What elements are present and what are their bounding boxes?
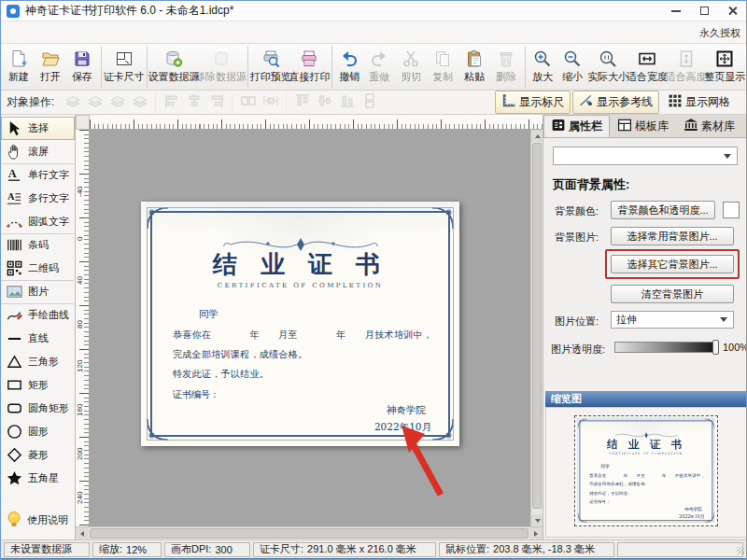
close-button[interactable] (718, 1, 746, 21)
image-position-value: 拉伸 (612, 313, 720, 327)
menu-item-object[interactable] (64, 30, 83, 35)
toolbar-button-direct-print[interactable]: 直接打印 (290, 46, 330, 89)
object-button-equal-height[interactable] (359, 92, 381, 113)
object-button-equal-spacing[interactable] (260, 92, 282, 113)
horizontal-scrollbar[interactable] (76, 526, 543, 539)
sidebar-tool-freehand-curve[interactable]: 手绘曲线 (1, 303, 75, 327)
tab-templates[interactable]: 模板库 (610, 115, 676, 137)
tool-sidebar: 选择 滚屏 A 单行文字 A 多行文字 圆弧文字 条码 (1, 115, 76, 539)
slider-handle[interactable] (712, 340, 719, 355)
object-button-send-backward[interactable] (84, 92, 106, 113)
menu-item-edit[interactable] (27, 30, 46, 35)
zoom-status: 缩放:12% (92, 542, 162, 557)
toolbar-button-print-preview[interactable]: 打印预览 (247, 46, 290, 89)
toolbar-button-save[interactable]: 保存 (66, 46, 98, 89)
view-toggle-show-guides[interactable]: 显示参考线 (572, 91, 659, 114)
scroll-right-button[interactable] (529, 527, 543, 539)
bg-image-label: 背景图片: (555, 231, 599, 245)
object-button-equal-size[interactable] (232, 92, 260, 113)
diamond-icon (6, 446, 23, 464)
menu-item-file[interactable] (8, 30, 27, 35)
object-button-send-to-back[interactable] (129, 92, 151, 113)
design-canvas[interactable]: 结 业 证 书 CERTIFICATE OF COMPLETION 同学 恭喜你… (90, 130, 530, 526)
sidebar-tool-star[interactable]: 五角星 (1, 467, 75, 490)
menu-item-tools[interactable] (120, 30, 139, 35)
maximize-button[interactable] (690, 1, 718, 21)
view-toggle-show-grid[interactable]: 显示网格 (661, 91, 737, 114)
toolbar-button-card-size[interactable]: 证卡尺寸 (101, 46, 144, 89)
view-toggle-show-ruler[interactable]: 显示标尺 (495, 91, 571, 114)
toolbar-button-fit-page[interactable]: 整页显示 (705, 46, 744, 89)
toolbar-button-redo[interactable]: 重做 (363, 46, 395, 89)
sidebar-tool-rectangle[interactable]: 矩形 (1, 373, 75, 397)
sidebar-tool-pan[interactable]: 滚屏 (1, 140, 75, 163)
object-selector-dropdown[interactable] (553, 147, 738, 165)
tab-properties[interactable]: 属性栏 (543, 115, 610, 137)
align-bottom-icon (339, 92, 356, 112)
choose-common-bg-button[interactable]: 选择常用背景图片... (611, 227, 734, 245)
menu-item-datasource[interactable] (83, 30, 102, 35)
toolbar-button-open[interactable]: 打开 (35, 46, 66, 89)
resize-grip[interactable] (737, 547, 744, 554)
menu-item-view[interactable] (46, 30, 64, 35)
bg-color-swatch[interactable] (723, 202, 740, 218)
fit-height-icon (677, 49, 696, 68)
sidebar-tool-image[interactable]: 图片 (1, 280, 75, 303)
menu-item-help[interactable] (139, 30, 158, 35)
sidebar-tool-circle[interactable]: 圆形 (1, 420, 75, 443)
toolbar-button-fit-width[interactable]: 适合宽度 (627, 46, 667, 89)
image-opacity-slider[interactable] (614, 342, 717, 353)
object-button-align-top[interactable] (286, 92, 314, 113)
horizontal-scroll-thumb[interactable] (90, 528, 529, 539)
spacing-icon (262, 92, 279, 112)
vruler-label: 160 (76, 372, 88, 416)
sidebar-tool-rounded-rectangle[interactable]: 圆角矩形 (1, 397, 75, 420)
object-button-bring-to-front[interactable] (106, 92, 129, 113)
object-toolbar-label: 对象操作: (7, 94, 54, 110)
sidebar-tool-select[interactable]: 选择 (1, 117, 75, 140)
clear-bg-button[interactable]: 清空背景图片 (611, 285, 734, 303)
image-position-select[interactable]: 拉伸 (611, 311, 734, 329)
vruler-label: 280 (76, 504, 88, 526)
bg-color-button[interactable]: 背景颜色和透明度... (611, 201, 715, 219)
scroll-left-button[interactable] (76, 527, 89, 539)
toolbar-button-zoom-out[interactable]: 缩小 (557, 46, 588, 89)
minimize-button[interactable] (662, 1, 690, 21)
vertical-scroll-thumb[interactable] (532, 143, 542, 509)
sidebar-tool-single-line-text[interactable]: A 单行文字 (1, 163, 75, 187)
help-button[interactable]: 使用说明 (5, 510, 68, 530)
vertical-scrollbar[interactable] (530, 130, 543, 526)
sidebar-tool-line[interactable]: 直线 (1, 327, 75, 350)
toolbar-button-actual-size[interactable]: 实际大小 (588, 46, 627, 89)
object-button-align-left[interactable] (155, 92, 183, 113)
object-button-align-middle[interactable] (314, 92, 336, 113)
certificate-serial-label: 证书编号： (173, 388, 219, 401)
toolbar-button-cut[interactable]: 剪切 (395, 46, 427, 89)
object-button-align-right[interactable] (205, 92, 228, 113)
sidebar-tool-qrcode[interactable]: 二维码 (1, 257, 75, 280)
thumbnail-preview[interactable]: 结 业 证 书 CERTIFICATE OF COMPLETION 同学 恭喜你… (575, 416, 717, 525)
grid-icon (668, 93, 683, 111)
toolbar-button-set-datasource[interactable]: 设置数据源 (147, 46, 198, 89)
toolbar-button-copy[interactable]: 复制 (427, 46, 458, 89)
object-button-align-center[interactable] (183, 92, 205, 113)
sidebar-tool-diamond[interactable]: 菱形 (1, 443, 75, 467)
sidebar-tool-arc-text[interactable]: 圆弧文字 (1, 210, 75, 233)
sidebar-tool-triangle[interactable]: 三角形 (1, 350, 75, 373)
toolbar-button-paste[interactable]: 粘贴 (458, 46, 490, 89)
menu-item-print[interactable] (102, 30, 120, 35)
toolbar-button-new[interactable]: 新建 (3, 46, 35, 89)
toolbar-button-fit-height[interactable]: 适合高度 (667, 46, 706, 89)
sidebar-tool-barcode[interactable]: 条码 (1, 233, 75, 257)
text-single-icon: A (6, 166, 23, 184)
object-button-bring-forward[interactable] (62, 92, 84, 113)
toolbar-button-delete[interactable]: 删除 (490, 46, 522, 89)
toolbar-button-zoom-in[interactable]: 放大 (525, 46, 557, 89)
toolbar-button-undo[interactable]: 撤销 (331, 46, 363, 89)
sidebar-tool-multi-line-text[interactable]: A 多行文字 (1, 187, 75, 210)
tab-materials[interactable]: 素材库 (676, 115, 742, 137)
toolbar-button-remove-datasource[interactable]: 移除数据源 (197, 46, 245, 89)
certificate-page[interactable]: 结 业 证 书 CERTIFICATE OF COMPLETION 同学 恭喜你… (141, 202, 459, 446)
object-button-align-bottom[interactable] (336, 92, 359, 113)
layers-icon (109, 92, 126, 112)
